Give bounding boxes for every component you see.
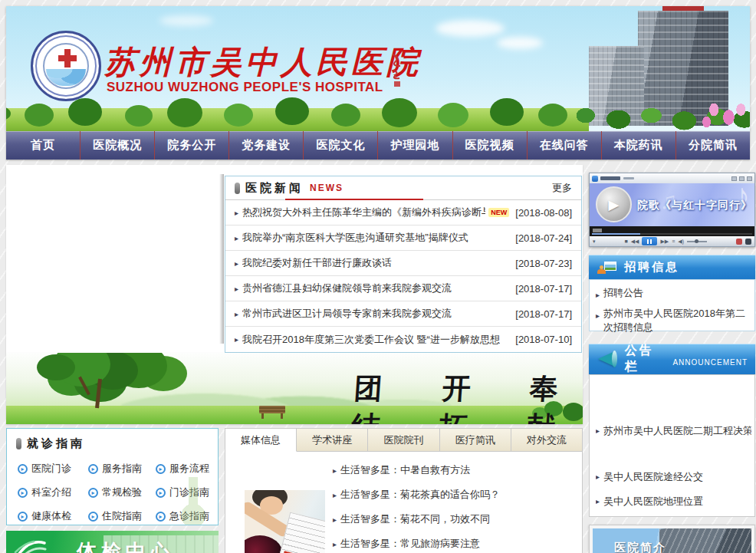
recruitment-item[interactable]: ▸ 苏州市吴中人民医院2018年第二次招聘信息 — [596, 307, 748, 334]
nav-item-home[interactable]: 首页 — [6, 131, 81, 160]
volume-icon[interactable]: ◀) — [678, 239, 684, 245]
tab-hospital-journal[interactable]: 医院院刊 — [368, 429, 439, 451]
guide-link-outpatient[interactable]: ▸医院门诊 — [18, 462, 88, 476]
circle-arrow-icon: ▸ — [156, 488, 166, 498]
video-caption: 院歌《与红十字同行》 — [637, 199, 752, 212]
article-title[interactable]: 生活智多星：中暑自救有方法 — [340, 463, 470, 477]
player-controls: ▾ ■ ◀◀ ▶▶ ≡ ◀) — [590, 236, 754, 246]
red-underline — [285, 199, 423, 200]
stop-icon[interactable]: ■ — [624, 239, 627, 244]
nav-item-nursing[interactable]: 护理园地 — [378, 131, 452, 160]
playlist-icon[interactable]: ≡ — [672, 239, 675, 244]
article-item[interactable]: ▸ 生活智多星：中暑自救有方法 — [333, 458, 576, 482]
nav-item-affairs-disclosure[interactable]: 院务公开 — [155, 131, 229, 160]
announcement-item[interactable]: ▸ 吴中人民医院地理位置 — [596, 495, 751, 509]
guide-link-service-guide[interactable]: ▸服务指南 — [88, 462, 156, 476]
news-item-title[interactable]: 热烈祝贺大外科主任陈革华主编的《新编外科疾病诊断与治 — [242, 206, 485, 219]
triangle-bullet-icon: ▸ — [596, 495, 600, 509]
player-screen[interactable]: ♪ ♫ ▶ 院歌《与红十字同行》 — [590, 183, 754, 226]
news-item-title[interactable]: 贵州省德江县妇幼保健院领导前来我院参观交流 — [242, 281, 452, 295]
player-file-name — [623, 177, 634, 179]
video-player[interactable]: ♪ ♫ ▶ 院歌《与红十字同行》 ▾ ■ ◀◀ ▶▶ ≡ ◀) — [589, 173, 755, 247]
guide-link-routine-tests[interactable]: ▸常规检验 — [88, 486, 156, 499]
settings-icon[interactable] — [745, 239, 751, 245]
player-window-buttons[interactable] — [731, 176, 752, 181]
tree-graphic — [37, 354, 75, 380]
news-item-title[interactable]: 我院举办“南京医科大学医患沟通研究基地”揭牌仪式 — [242, 231, 468, 245]
news-item[interactable]: ▸ 我院举办“南京医科大学医患沟通研究基地”揭牌仪式 [2018-07-24] — [225, 225, 581, 251]
seek-progress[interactable] — [592, 233, 752, 235]
article-item[interactable]: ▸ 生活智多星：菊花茶真的适合你吗？ — [333, 482, 576, 507]
hospital-intro-box[interactable]: 医院简介 — [589, 525, 755, 553]
news-item-title[interactable]: 我院纪委对新任干部进行廉政谈话 — [242, 256, 392, 270]
circle-arrow-icon: ▸ — [88, 488, 98, 498]
announcement-title: 公告栏 — [625, 343, 667, 375]
guide-link-health-checkup[interactable]: ▸健康体检 — [18, 509, 88, 523]
tree-branch — [78, 377, 90, 396]
tab-medical-briefs[interactable]: 医疗简讯 — [440, 429, 511, 451]
announcement-header: 公告栏 ANNOUNCEMENT — [589, 344, 755, 374]
nav-item-pharmacy-news[interactable]: 本院药讯 — [602, 131, 676, 160]
close-icon[interactable] — [747, 176, 752, 181]
main-content-row: 医院新闻 NEWS 更多 ▸ 热烈祝贺大外科主任陈革华主编的《新编外科疾病诊断与… — [6, 165, 583, 353]
tab-external-exchange[interactable]: 对外交流 — [511, 429, 582, 451]
cloud-decoration — [497, 37, 543, 49]
news-item-title[interactable]: 常州市武进区卫计局领导专家前来我院参观交流 — [242, 307, 452, 321]
announcement-item-label[interactable]: 吴中人民医院途经公交 — [603, 470, 703, 484]
circle-arrow-icon: ▸ — [18, 512, 28, 522]
announcement-item-label[interactable]: 吴中人民医院地理位置 — [603, 495, 703, 509]
article-title[interactable]: 生活智多星：菊花不同，功效不同 — [340, 512, 490, 526]
news-item-date: [2018-08-08] — [509, 207, 572, 219]
news-item-title[interactable]: 我院召开2018年度第三次党委工作会议 暨“进一步解放思想 — [242, 333, 500, 347]
playlist-toggle-icon[interactable]: ▾ — [593, 239, 596, 245]
guide-link-departments[interactable]: ▸科室介绍 — [18, 486, 88, 499]
tab-content: ▸ 生活智多星：中暑自救有方法 ▸ 生活智多星：菊花茶真的适合你吗？ ▸ 生活智… — [225, 452, 582, 553]
recruitment-item[interactable]: ▸ 招聘公告 — [596, 286, 748, 302]
news-more-link[interactable]: 更多 — [552, 181, 572, 195]
guide-link-inpatient-guide[interactable]: ▸住院指南 — [88, 509, 156, 523]
nav-item-hospital-overview[interactable]: 医院概况 — [81, 131, 155, 160]
nav-item-hospital-culture[interactable]: 医院文化 — [304, 131, 378, 160]
recruitment-box: ▸ 招聘公告 ▸ 苏州市吴中人民医院2018年第二次招聘信息 — [589, 279, 755, 331]
record-icon[interactable] — [736, 239, 742, 245]
maximize-icon[interactable] — [739, 176, 744, 181]
checkup-center-banner[interactable]: 体检中心 — [6, 531, 219, 553]
play-button[interactable]: ▶ — [596, 186, 632, 222]
recruitment-item-label[interactable]: 苏州市吴中人民医院2018年第二次招聘信息 — [603, 307, 748, 334]
news-item[interactable]: ▸ 常州市武进区卫计局领导专家前来我院参观交流 [2018-07-17] — [225, 301, 581, 327]
announcement-item[interactable]: ▸ 吴中人民医院途经公交 — [596, 470, 751, 484]
news-item[interactable]: ▸ 贵州省德江县妇幼保健院领导前来我院参观交流 [2018-07-17] — [225, 276, 581, 301]
volume-slider[interactable] — [687, 241, 707, 242]
article-item[interactable]: ▸ 生活智多星：常见旅游病要注意 — [333, 532, 576, 553]
red-cross-icon — [64, 49, 71, 67]
guide-link-service-flow[interactable]: ▸服务流程 — [156, 462, 219, 476]
circle-arrow-icon: ▸ — [156, 512, 166, 522]
triangle-bullet-icon: ▸ — [235, 234, 238, 242]
nav-item-branch-news[interactable]: 分院简讯 — [676, 131, 750, 160]
article-title[interactable]: 生活智多星：菊花茶真的适合你吗？ — [340, 488, 500, 502]
article-photo — [245, 490, 325, 553]
player-seek-bar[interactable] — [590, 226, 754, 236]
pause-button[interactable] — [642, 237, 657, 245]
tab-bar: 媒体信息 学术讲座 医院院刊 医疗简讯 对外交流 — [225, 429, 582, 452]
next-icon[interactable]: ▶▶ — [660, 239, 669, 245]
nav-item-party-building[interactable]: 党务建设 — [229, 131, 304, 160]
article-title[interactable]: 生活智多星：常见旅游病要注意 — [340, 537, 480, 551]
news-item[interactable]: ▸ 热烈祝贺大外科主任陈革华主编的《新编外科疾病诊断与治 NEW [2018-0… — [225, 200, 581, 225]
previous-icon[interactable]: ◀◀ — [631, 239, 639, 245]
minimize-icon[interactable] — [731, 176, 737, 181]
tab-media-info[interactable]: 媒体信息 — [225, 429, 297, 452]
news-item[interactable]: ▸ 我院召开2018年度第三次党委工作会议 暨“进一步解放思想 [2018-07… — [225, 327, 581, 352]
nav-item-online-qa[interactable]: 在线问答 — [528, 131, 602, 160]
article-item[interactable]: ▸ 生活智多星：菊花不同，功效不同 — [333, 507, 576, 532]
nav-item-hospital-video[interactable]: 医院视频 — [453, 131, 528, 160]
recruitment-item-label[interactable]: 招聘公告 — [603, 286, 643, 302]
announcement-item[interactable]: ▸ 苏州市吴中人民医院二期工程决策事 — [596, 424, 751, 438]
seek-time-label — [593, 229, 602, 232]
announcement-item-label[interactable]: 苏州市吴中人民医院二期工程决策事 — [603, 424, 751, 438]
triangle-bullet-icon: ▸ — [333, 491, 337, 499]
right-sidebar: ♪ ♫ ▶ 院歌《与红十字同行》 ▾ ■ ◀◀ ▶▶ ≡ ◀) — [589, 169, 755, 553]
news-section-title: 医院新闻 — [245, 181, 304, 196]
tab-academic-lectures[interactable]: 学术讲座 — [297, 429, 368, 451]
news-item[interactable]: ▸ 我院纪委对新任干部进行廉政谈话 [2018-07-23] — [225, 251, 581, 276]
